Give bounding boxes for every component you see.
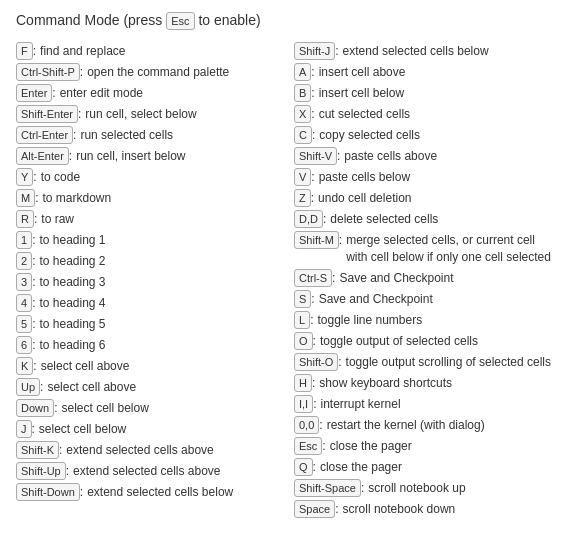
shortcut-description: to heading 1 <box>39 232 105 249</box>
colon-separator: : <box>32 295 35 312</box>
shortcut-description: toggle line numbers <box>317 312 422 329</box>
shortcut-key: F <box>16 42 33 60</box>
colon-separator: : <box>322 438 325 455</box>
shortcut-row: A: insert cell above <box>294 63 552 81</box>
keyboard-shortcut-badge: I,I <box>294 395 313 413</box>
shortcut-key: Shift-K <box>16 441 59 459</box>
colon-separator: : <box>337 148 340 165</box>
keyboard-shortcut-badge: 1 <box>16 231 32 249</box>
shortcut-key: 0,0 <box>294 416 319 434</box>
right-column: Shift-J: extend selected cells belowA: i… <box>294 42 552 521</box>
colon-separator: : <box>78 106 81 123</box>
shortcut-row: I,I: interrupt kernel <box>294 395 552 413</box>
shortcut-key: Shift-O <box>294 353 338 371</box>
colon-separator: : <box>313 396 316 413</box>
shortcut-description: extend selected cells above <box>66 442 213 459</box>
shortcut-key: I,I <box>294 395 313 413</box>
shortcut-key: J <box>16 420 32 438</box>
shortcut-description: toggle output of selected cells <box>320 333 478 350</box>
shortcuts-content: F: find and replaceCtrl-Shift-P: open th… <box>16 42 552 521</box>
shortcut-key: 4 <box>16 294 32 312</box>
keyboard-shortcut-badge: A <box>294 63 311 81</box>
shortcut-description: to heading 2 <box>39 253 105 270</box>
shortcut-row: Shift-Up: extend selected cells above <box>16 462 274 480</box>
shortcut-key: R <box>16 210 34 228</box>
shortcut-description: extend selected cells below <box>343 43 489 60</box>
colon-separator: : <box>313 333 316 350</box>
shortcut-description: interrupt kernel <box>321 396 401 413</box>
shortcut-row: Q: close the pager <box>294 458 552 476</box>
shortcut-row: S: Save and Checkpoint <box>294 290 552 308</box>
shortcut-description: delete selected cells <box>330 211 438 228</box>
shortcut-description: run cell, select below <box>85 106 196 123</box>
shortcut-description: to code <box>41 169 80 186</box>
shortcut-row: Shift-K: extend selected cells above <box>16 441 274 459</box>
shortcut-key: Up <box>16 378 40 396</box>
keyboard-shortcut-badge: 0,0 <box>294 416 319 434</box>
shortcut-key: 3 <box>16 273 32 291</box>
shortcut-description: cut selected cells <box>319 106 410 123</box>
shortcut-row: Esc: close the pager <box>294 437 552 455</box>
shortcut-description: Save and Checkpoint <box>339 270 453 287</box>
shortcut-row: B: insert cell below <box>294 84 552 102</box>
shortcut-description: restart the kernel (with dialog) <box>327 417 485 434</box>
keyboard-shortcut-badge: Shift-J <box>294 42 335 60</box>
shortcut-description: run cell, insert below <box>76 148 185 165</box>
shortcut-row: Shift-O: toggle output scrolling of sele… <box>294 353 552 371</box>
keyboard-shortcut-badge: H <box>294 374 312 392</box>
shortcut-row: Shift-Space: scroll notebook up <box>294 479 552 497</box>
shortcut-row: C: copy selected cells <box>294 126 552 144</box>
shortcut-row: Enter: enter edit mode <box>16 84 274 102</box>
keyboard-shortcut-badge: D,D <box>294 210 323 228</box>
keyboard-shortcut-badge: Alt-Enter <box>16 147 69 165</box>
keyboard-shortcut-badge: Ctrl-Enter <box>16 126 73 144</box>
keyboard-shortcut-badge: 3 <box>16 273 32 291</box>
keyboard-shortcut-badge: F <box>16 42 33 60</box>
shortcut-description: insert cell above <box>319 64 406 81</box>
shortcut-key: C <box>294 126 312 144</box>
shortcut-description: copy selected cells <box>319 127 420 144</box>
keyboard-shortcut-badge: Esc <box>294 437 322 455</box>
keyboard-shortcut-badge: 5 <box>16 315 32 333</box>
shortcut-row: 6: to heading 6 <box>16 336 274 354</box>
keyboard-shortcut-badge: 4 <box>16 294 32 312</box>
keyboard-shortcut-badge: Shift-Up <box>16 462 66 480</box>
shortcut-key: Shift-M <box>294 231 339 249</box>
shortcut-key: Y <box>16 168 33 186</box>
left-column: F: find and replaceCtrl-Shift-P: open th… <box>16 42 274 521</box>
keyboard-shortcut-badge: Y <box>16 168 33 186</box>
colon-separator: : <box>361 480 364 497</box>
colon-separator: : <box>311 190 314 207</box>
colon-separator: : <box>32 232 35 249</box>
keyboard-shortcut-badge: Shift-Enter <box>16 105 78 123</box>
keyboard-shortcut-badge: Q <box>294 458 313 476</box>
shortcut-key: X <box>294 105 311 123</box>
shortcut-key: Alt-Enter <box>16 147 69 165</box>
shortcut-row: Z: undo cell deletion <box>294 189 552 207</box>
shortcut-row: 2: to heading 2 <box>16 252 274 270</box>
colon-separator: : <box>332 270 335 287</box>
keyboard-shortcut-badge: Ctrl-Shift-P <box>16 63 80 81</box>
colon-separator: : <box>32 337 35 354</box>
colon-separator: : <box>335 43 338 60</box>
shortcut-key: Shift-Up <box>16 462 66 480</box>
shortcut-row: Space: scroll notebook down <box>294 500 552 518</box>
shortcut-description: to heading 6 <box>39 337 105 354</box>
shortcut-row: Up: select cell above <box>16 378 274 396</box>
keyboard-shortcut-badge: X <box>294 105 311 123</box>
shortcut-description: extend selected cells above <box>73 463 220 480</box>
shortcut-key: 6 <box>16 336 32 354</box>
shortcut-key: Enter <box>16 84 52 102</box>
colon-separator: : <box>32 421 35 438</box>
shortcut-description: extend selected cells below <box>87 484 233 501</box>
keyboard-shortcut-badge: M <box>16 189 35 207</box>
shortcut-row: Shift-Enter: run cell, select below <box>16 105 274 123</box>
shortcut-key: S <box>294 290 311 308</box>
colon-separator: : <box>73 127 76 144</box>
shortcut-row: R: to raw <box>16 210 274 228</box>
keyboard-shortcut-badge: Space <box>294 500 335 518</box>
shortcut-key: D,D <box>294 210 323 228</box>
shortcut-description: select cell below <box>61 400 148 417</box>
shortcut-description: scroll notebook up <box>368 480 465 497</box>
colon-separator: : <box>311 169 314 186</box>
